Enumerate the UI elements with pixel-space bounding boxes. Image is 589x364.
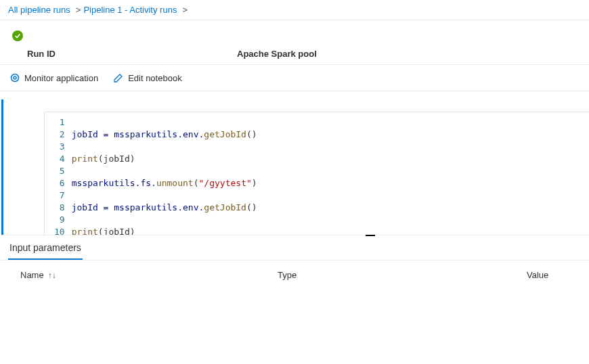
edit-label: Edit notebook xyxy=(128,73,182,83)
svg-point-1 xyxy=(14,76,16,79)
spark-pool-label: Apache Spark pool xyxy=(237,49,581,59)
breadcrumb-pipeline[interactable]: Pipeline 1 - Activity runs xyxy=(83,5,177,15)
code-editor[interactable]: 1 2 3 4 5 6 7 8 9 10 jobId = mssparkutil… xyxy=(44,112,589,235)
line-gutter: 1 2 3 4 5 6 7 8 9 10 xyxy=(45,116,72,235)
breadcrumb-all-runs[interactable]: All pipeline runs xyxy=(8,5,70,15)
bottom-tabs: Input parameters xyxy=(0,235,589,260)
monitor-icon xyxy=(9,72,20,83)
cursor-caret xyxy=(366,235,375,236)
run-id-label: Run ID xyxy=(27,49,237,59)
breadcrumb-sep: > xyxy=(76,5,81,15)
col-name-header[interactable]: Name xyxy=(20,270,44,280)
notebook-cell: 1 2 3 4 5 6 7 8 9 10 jobId = mssparkutil… xyxy=(1,99,589,235)
edit-icon xyxy=(113,72,124,83)
status-row xyxy=(0,20,589,45)
breadcrumb-sep: > xyxy=(182,5,188,15)
tab-input-parameters[interactable]: Input parameters xyxy=(8,235,83,260)
monitor-label: Monitor application xyxy=(24,73,98,83)
code-content[interactable]: jobId = mssparkutils.env.getJobId() prin… xyxy=(72,116,326,235)
edit-notebook-button[interactable]: Edit notebook xyxy=(113,72,182,83)
success-icon xyxy=(12,30,23,41)
breadcrumb: All pipeline runs > Pipeline 1 - Activit… xyxy=(0,0,589,20)
params-table-header: Name ↑↓ Type Value xyxy=(0,260,589,287)
col-type-header[interactable]: Type xyxy=(278,270,527,280)
sort-icon[interactable]: ↑↓ xyxy=(48,271,56,280)
info-row: Run ID Apache Spark pool xyxy=(0,45,589,64)
monitor-application-button[interactable]: Monitor application xyxy=(9,72,98,83)
col-value-header[interactable]: Value xyxy=(527,270,581,280)
svg-point-0 xyxy=(12,74,19,82)
action-bar: Monitor application Edit notebook xyxy=(0,64,589,91)
